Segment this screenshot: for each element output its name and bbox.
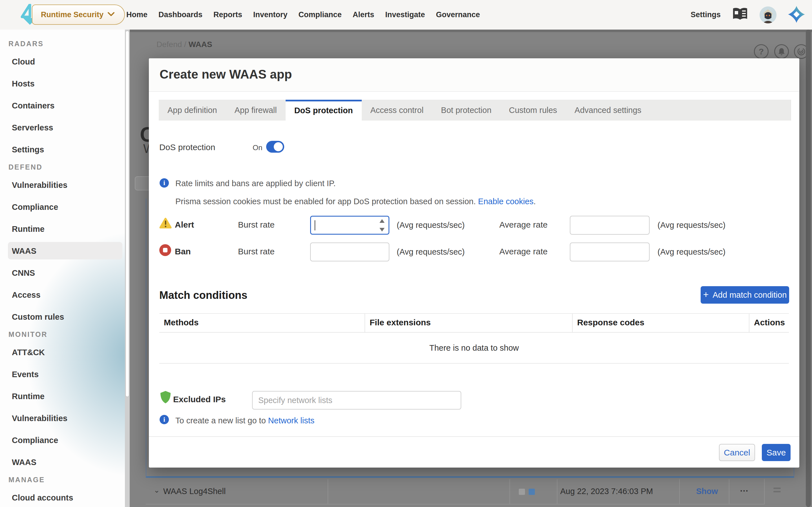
sidebar-item-compliance-defend[interactable]: Compliance (12, 203, 58, 212)
nav-item-settings[interactable]: Settings (691, 10, 721, 19)
sidebar-item-events-monitor[interactable]: Events (12, 370, 39, 379)
row-name: WAAS Log4Shell (163, 487, 225, 496)
burst-unit-label: (Avg requests/sec) (397, 221, 465, 230)
network-lists-info: To create a new list go to Network lists (175, 416, 314, 425)
sidebar-item-runtime-monitor[interactable]: Runtime (12, 392, 45, 401)
prisma-cloud-logo-icon[interactable] (788, 6, 805, 24)
nav-item-reports[interactable]: Reports (213, 10, 242, 19)
create-waas-app-modal: Create new WAAS app App definitionApp fi… (149, 58, 799, 467)
help-icon: ? (754, 44, 769, 59)
nav-item-compliance[interactable]: Compliance (299, 10, 342, 19)
nav-item-alerts[interactable]: Alerts (353, 10, 374, 19)
user-avatar[interactable] (760, 6, 776, 23)
content-top-strip (130, 30, 812, 32)
average-unit-label: (Avg requests/sec) (658, 221, 725, 230)
dos-protection-toggle[interactable] (266, 141, 284, 153)
sidebar-item-settings-radars[interactable]: Settings (12, 145, 44, 154)
sidebar-item-att-ck-monitor[interactable]: ATT&CK (12, 348, 45, 357)
enable-cookies-link[interactable]: Enable cookies (478, 197, 534, 206)
tab-dos-protection[interactable]: DoS protection (286, 100, 362, 121)
ban-burst-rate-input[interactable] (310, 242, 389, 262)
tab-advanced-settings[interactable]: Advanced settings (566, 100, 650, 121)
notifications-bell-icon (774, 44, 789, 59)
nav-item-dashboards[interactable]: Dashboards (158, 10, 202, 19)
modal-title: Create new WAAS app (160, 67, 292, 81)
row-expand-chevron-icon: ⌄ (154, 486, 160, 495)
documentation-book-icon[interactable] (732, 7, 748, 23)
add-match-condition-button[interactable]: + Add match condition (701, 286, 789, 304)
sidebar-item-compliance-monitor[interactable]: Compliance (12, 436, 58, 445)
sidebar-item-serverless-radars[interactable]: Serverless (12, 123, 53, 132)
sidebar-item-cloud-accounts-manage[interactable]: Cloud accounts (12, 493, 73, 503)
cancel-button[interactable]: Cancel (719, 444, 755, 461)
save-button[interactable]: Save (762, 444, 791, 461)
nav-item-home[interactable]: Home (126, 10, 147, 19)
tab-app-definition[interactable]: App definition (159, 100, 226, 121)
row-show-link: Show (696, 487, 718, 496)
breadcrumb: Defend / WAAS (156, 40, 212, 49)
sidebar-item-custom-rules-defend[interactable]: Custom rules (12, 313, 64, 322)
status-square-grey (519, 489, 525, 495)
alert-average-rate-input[interactable] (570, 216, 650, 235)
product-switcher-label: Runtime Security (41, 10, 103, 19)
table-header-row: MethodsFile extensionsResponse codesActi… (159, 314, 789, 333)
info-line-2: Prisma session cookies must be enabled f… (175, 197, 536, 206)
alert-row-label: Alert (175, 220, 194, 230)
sidebar-scrollbar-thumb[interactable] (125, 31, 129, 397)
page-scrollbar[interactable] (806, 30, 811, 507)
sidebar-item-waas-defend[interactable]: WAAS (12, 246, 36, 256)
sidebar-item-waas-monitor[interactable]: WAAS (12, 458, 36, 467)
info-line-1: Rate limits and bans are applied by clie… (175, 179, 336, 188)
column-header-response-codes: Response codes (573, 314, 749, 332)
chevron-down-icon (107, 11, 115, 18)
sidebar-section-defend: DEFEND (8, 163, 43, 171)
table-empty-state: There is no data to show (159, 333, 789, 363)
alert-burst-rate-input[interactable] (310, 216, 389, 235)
sidebar-section-monitor: MONITOR (8, 330, 48, 339)
tab-bot-protection[interactable]: Bot protection (432, 100, 500, 121)
column-header-actions: Actions (749, 314, 789, 332)
sidebar-section-radars: RADARS (8, 40, 44, 48)
sidebar-item-containers-radars[interactable]: Containers (12, 101, 54, 110)
tab-custom-rules[interactable]: Custom rules (500, 100, 566, 121)
warning-icon (159, 217, 172, 230)
product-switcher[interactable]: Runtime Security (32, 4, 125, 25)
sidebar-item-cnns-defend[interactable]: CNNS (12, 269, 35, 278)
ban-row-label: Ban (175, 247, 191, 256)
match-conditions-heading: Match conditions (159, 289, 247, 301)
burst-rate-label: Burst rate (238, 247, 274, 256)
table-row: ⌄ WAAS Log4Shell Aug 22, 2023 7:46:03 PM… (146, 479, 764, 504)
toggle-state-label: On (253, 144, 262, 152)
status-square-blue (529, 489, 535, 495)
burst-rate-label: Burst rate (238, 220, 274, 230)
top-navigation-bar: Runtime Security HomeDashboardsReportsIn… (0, 0, 812, 30)
sidebar-item-runtime-defend[interactable]: Runtime (12, 224, 45, 234)
column-header-methods: Methods (159, 314, 365, 332)
excluded-ips-input[interactable] (252, 391, 461, 409)
plus-icon: + (703, 289, 709, 300)
tab-app-firewall[interactable]: App firewall (226, 100, 286, 121)
match-conditions-table: MethodsFile extensionsResponse codesActi… (159, 313, 789, 363)
spin-up-icon[interactable] (379, 219, 385, 223)
row-date: Aug 22, 2023 7:46:03 PM (560, 487, 653, 496)
sidebar-item-vulnerabilities-defend[interactable]: Vulnerabilities (12, 180, 67, 190)
sidebar-item-hosts-radars[interactable]: Hosts (12, 79, 35, 89)
breadcrumb-section: Defend (156, 40, 182, 49)
dos-protection-label: DoS protection (159, 143, 215, 152)
sidebar-item-vulnerabilities-monitor[interactable]: Vulnerabilities (12, 414, 67, 423)
nav-item-investigate[interactable]: Investigate (385, 10, 425, 19)
sidebar-item-access-defend[interactable]: Access (12, 290, 41, 300)
nav-right-cluster: Settings (691, 0, 805, 30)
sidebar-scrollbar-track[interactable] (125, 30, 130, 507)
average-rate-label: Average rate (499, 247, 548, 256)
ban-average-rate-input[interactable] (570, 242, 650, 262)
tab-access-control[interactable]: Access control (362, 100, 433, 121)
spin-down-icon[interactable] (379, 228, 385, 231)
modal-tabs: App definitionApp firewallDoS protection… (159, 100, 791, 121)
nav-item-governance[interactable]: Governance (436, 10, 480, 19)
nav-item-inventory[interactable]: Inventory (253, 10, 288, 19)
column-header-file-extensions: File extensions (365, 314, 573, 332)
number-spinner[interactable] (379, 219, 385, 231)
network-lists-link[interactable]: Network lists (268, 416, 314, 425)
sidebar-item-cloud-radars[interactable]: Cloud (12, 57, 35, 66)
